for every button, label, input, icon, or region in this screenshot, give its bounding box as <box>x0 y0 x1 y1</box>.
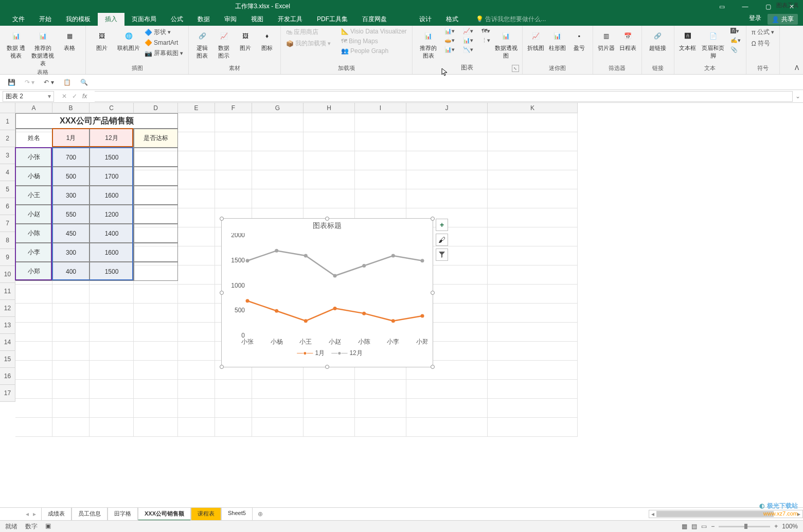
pivot-chart-button[interactable]: 📊数据透视图 <box>493 27 519 61</box>
row-header[interactable]: 2 <box>0 130 15 147</box>
sheet-nav-first-icon[interactable]: ◂ <box>26 510 29 518</box>
ribbon-options-icon[interactable]: ▭ <box>710 0 734 13</box>
cell[interactable] <box>406 380 488 399</box>
smartart-button[interactable]: 🔶SmartArt <box>142 38 185 47</box>
namebox-dropdown-icon[interactable]: ▾ <box>48 93 51 100</box>
tab-view[interactable]: 视图 <box>244 13 271 26</box>
pivot-table-button[interactable]: 📊数据 透视表 <box>3 27 29 61</box>
zoom-in-icon[interactable]: + <box>774 523 778 530</box>
cell[interactable] <box>134 418 178 437</box>
view-normal-icon[interactable]: ▦ <box>682 523 687 530</box>
cell[interactable] <box>488 342 578 361</box>
cell[interactable] <box>178 132 215 151</box>
cell[interactable] <box>304 189 355 208</box>
bar-chart-icon[interactable]: 📊▾ <box>442 27 457 36</box>
timeline-button[interactable]: 📅日程表 <box>618 27 638 53</box>
cell[interactable] <box>178 304 215 323</box>
cell[interactable] <box>178 418 215 437</box>
cell[interactable] <box>15 342 52 361</box>
table-data-cell[interactable] <box>134 224 178 243</box>
table-data-cell[interactable] <box>134 167 178 186</box>
table-data-cell[interactable] <box>134 205 178 224</box>
table-data-cell[interactable]: 小陈 <box>15 224 52 243</box>
cell[interactable] <box>90 418 134 437</box>
cell[interactable] <box>406 113 488 132</box>
cell[interactable] <box>252 418 304 437</box>
cell[interactable] <box>52 285 90 304</box>
table-data-cell[interactable]: 1600 <box>90 243 134 262</box>
save-icon[interactable]: 💾 <box>8 79 15 86</box>
pie-chart-icon[interactable]: 🥧▾ <box>442 36 457 45</box>
cell[interactable] <box>488 246 578 265</box>
table-header-cell[interactable]: 是否达标 <box>134 129 178 148</box>
online-picture-button[interactable]: 🌐联机图片 <box>116 27 141 53</box>
hierarchy-chart-icon[interactable]: 📊▾ <box>461 36 475 45</box>
cell[interactable] <box>52 342 90 361</box>
tab-design[interactable]: 设计 <box>412 13 439 26</box>
row-header[interactable]: 13 <box>0 317 15 334</box>
row-header[interactable]: 15 <box>0 351 15 368</box>
cell[interactable] <box>488 399 578 418</box>
cell[interactable] <box>304 113 355 132</box>
cell[interactable] <box>252 189 304 208</box>
enter-formula-icon[interactable]: ✓ <box>72 93 77 100</box>
cell[interactable] <box>252 132 304 151</box>
tab-insert[interactable]: 插入 <box>98 13 124 26</box>
collapse-ribbon-icon[interactable]: ᐱ <box>795 64 799 72</box>
table-data-cell[interactable]: 450 <box>52 224 90 243</box>
cell[interactable] <box>134 342 178 361</box>
macro-record-icon[interactable]: ▣ <box>45 522 51 531</box>
chart-title[interactable]: 图表标题 <box>222 219 433 233</box>
line-chart-icon[interactable]: 📈▾ <box>461 27 475 36</box>
legend-series-2[interactable]: 12月 <box>326 349 363 357</box>
row-header[interactable]: 17 <box>0 385 15 402</box>
tab-home[interactable]: 开始 <box>32 13 59 26</box>
tab-formulas[interactable]: 公式 <box>164 13 190 26</box>
chart-object[interactable]: + 🖌 图表标题 0500100015002000小张小杨小王小赵小陈小李小郑 … <box>221 218 433 367</box>
cell[interactable] <box>488 113 578 132</box>
sparkline-winloss-button[interactable]: ▪盈亏 <box>569 27 590 53</box>
recommended-chart-button[interactable]: 📊推荐的 图表 <box>416 27 441 61</box>
cell[interactable] <box>406 132 488 151</box>
table-data-cell[interactable]: 700 <box>52 148 90 167</box>
share-button[interactable]: 👤共享 <box>768 14 798 25</box>
cell[interactable] <box>52 380 90 399</box>
spreadsheet-grid[interactable]: ABCDEFGHIJK 1234567891011121314151617 XX… <box>0 103 803 432</box>
bing-maps-button[interactable]: 🗺Bing Maps <box>339 37 409 46</box>
table-data-cell[interactable] <box>134 186 178 205</box>
tell-me-input[interactable]: 💡 告诉我您想要做什么... <box>466 15 546 24</box>
cell[interactable] <box>304 132 355 151</box>
cell[interactable] <box>90 399 134 418</box>
table-data-cell[interactable]: 1500 <box>90 262 134 281</box>
chart-elements-button[interactable]: + <box>436 219 448 231</box>
cell[interactable] <box>178 227 215 246</box>
tab-baidu[interactable]: 百度网盘 <box>355 13 394 26</box>
cell[interactable] <box>52 323 90 342</box>
table-data-cell[interactable]: 500 <box>52 167 90 186</box>
cell[interactable] <box>178 208 215 227</box>
cell[interactable] <box>488 285 578 304</box>
row-header[interactable]: 6 <box>0 198 15 215</box>
cell[interactable] <box>355 170 406 189</box>
sheet-tab[interactable]: 成绩表 <box>41 507 72 521</box>
cell[interactable] <box>90 342 134 361</box>
hyperlink-button[interactable]: 🔗超链接 <box>645 27 671 53</box>
chart-styles-button[interactable]: 🖌 <box>436 234 448 246</box>
object-icon[interactable]: 📎 <box>728 45 743 54</box>
screenshot-button[interactable]: 📷屏幕截图 ▾ <box>142 48 185 59</box>
textbox-button[interactable]: 🅰文本框 <box>677 27 698 53</box>
cell[interactable] <box>15 361 52 380</box>
slicer-button[interactable]: ▥切片器 <box>596 27 617 53</box>
zoom-level[interactable]: 100% <box>782 523 798 530</box>
cancel-formula-icon[interactable]: ✕ <box>62 93 67 100</box>
cell[interactable] <box>355 399 406 418</box>
store-button[interactable]: 🛍应用商店 <box>284 27 333 38</box>
table-data-cell[interactable]: 1500 <box>90 148 134 167</box>
cell[interactable] <box>304 380 355 399</box>
tab-templates[interactable]: 我的模板 <box>59 13 98 26</box>
column-header[interactable]: K <box>488 103 578 113</box>
picture-button[interactable]: 🖼图片 <box>89 27 115 53</box>
cell[interactable] <box>178 246 215 265</box>
cell[interactable] <box>215 399 252 418</box>
row-header[interactable]: 16 <box>0 368 15 385</box>
